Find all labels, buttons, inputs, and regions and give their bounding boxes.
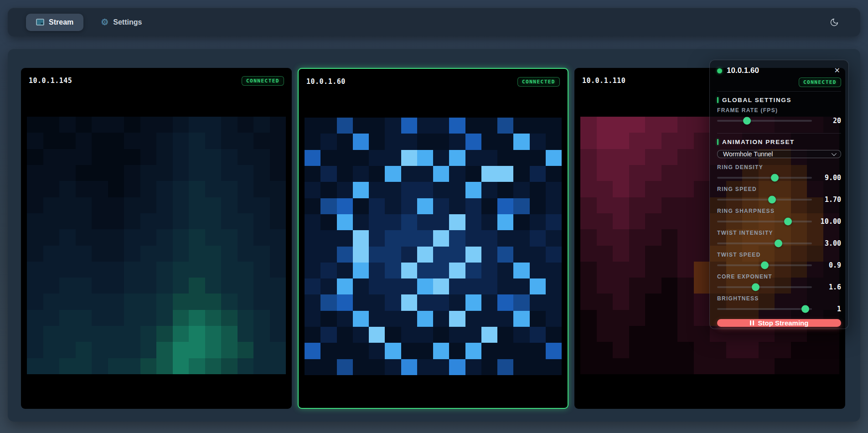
led-cell — [401, 118, 417, 134]
param-slider[interactable] — [717, 264, 812, 266]
led-cell — [253, 326, 270, 342]
led-cell — [530, 311, 546, 327]
slider-thumb[interactable] — [743, 117, 751, 125]
led-cell — [189, 213, 205, 229]
led-cell — [401, 294, 417, 310]
led-cell — [401, 247, 417, 263]
led-cell — [320, 343, 336, 359]
led-cell — [694, 326, 710, 342]
param-slider[interactable] — [717, 120, 812, 122]
led-cell — [124, 117, 140, 133]
led-cell — [530, 294, 546, 310]
led-cell — [433, 214, 449, 230]
led-cell — [401, 166, 417, 182]
led-cell — [92, 165, 108, 181]
led-cell — [205, 149, 222, 165]
param-slider[interactable] — [717, 308, 812, 310]
close-icon[interactable]: ✕ — [833, 66, 841, 75]
led-cell — [92, 246, 108, 262]
led-cell — [546, 134, 562, 149]
device-card-145[interactable]: 10.0.1.145 CONNECTED — [21, 68, 292, 409]
led-cell — [497, 198, 513, 214]
led-cell — [27, 294, 43, 309]
led-cell — [385, 198, 401, 214]
led-cell — [417, 230, 433, 246]
led-cell — [140, 197, 157, 213]
led-cell — [108, 294, 124, 309]
led-cell — [238, 229, 254, 245]
param-slider[interactable] — [717, 286, 812, 288]
slider-thumb[interactable] — [752, 284, 760, 291]
led-cell — [156, 213, 173, 229]
led-cell — [27, 246, 43, 262]
led-cell — [580, 149, 597, 165]
dark-mode-toggle[interactable] — [827, 15, 842, 30]
led-cell — [465, 327, 481, 343]
led-cell — [513, 263, 529, 278]
led-cell — [449, 150, 465, 166]
led-cell — [238, 342, 254, 358]
led-cell — [385, 166, 401, 182]
led-cell — [305, 166, 320, 182]
slider-thumb[interactable] — [801, 305, 809, 313]
led-cell — [92, 278, 108, 294]
led-cell — [140, 358, 157, 374]
led-cell — [597, 197, 613, 213]
led-cell — [597, 181, 613, 197]
led-cell — [433, 294, 449, 310]
led-cell — [580, 294, 597, 309]
param-slider[interactable] — [717, 199, 812, 201]
led-cell — [401, 263, 417, 278]
led-cell — [320, 247, 336, 263]
led-cell — [546, 198, 562, 214]
led-cell — [465, 263, 481, 278]
led-cell — [173, 117, 189, 133]
led-cell — [337, 247, 353, 263]
param-slider[interactable] — [717, 242, 812, 244]
tab-stream[interactable]: Stream — [26, 14, 83, 31]
led-cell — [221, 165, 238, 181]
led-cell — [385, 134, 401, 149]
led-cell — [337, 294, 353, 310]
param-label: RING SPEED — [717, 186, 841, 192]
led-cell — [629, 262, 646, 278]
led-cell — [76, 133, 92, 149]
slider-thumb[interactable] — [761, 262, 769, 269]
led-cell — [645, 294, 661, 309]
device-card-60[interactable]: 10.0.1.60 CONNECTED — [298, 68, 568, 409]
led-cell — [546, 311, 562, 327]
param-slider[interactable] — [717, 177, 812, 179]
stop-streaming-button[interactable]: Stop Streaming — [717, 319, 841, 327]
param-value: 10.00 — [816, 217, 841, 226]
slider-thumb[interactable] — [768, 196, 776, 204]
led-cell — [238, 213, 254, 229]
led-cell — [645, 310, 661, 326]
param-slider[interactable] — [717, 221, 812, 222]
led-cell — [449, 134, 465, 149]
tab-settings[interactable]: ⚙ Settings — [91, 13, 152, 31]
led-cell — [337, 263, 353, 278]
led-cell — [108, 278, 124, 294]
led-cell — [92, 262, 108, 278]
led-cell — [645, 165, 661, 181]
param-row: RING SPEED1.70 — [717, 186, 841, 204]
led-cell — [385, 359, 401, 375]
led-cell — [613, 133, 629, 149]
led-cell — [59, 358, 76, 374]
led-cell — [613, 310, 629, 326]
overlay-title: 10.0.1.60 — [727, 66, 759, 75]
led-cell — [791, 342, 807, 358]
animation-preset-select[interactable]: Wormhole Tunnel — [717, 150, 841, 158]
overlay-header: 10.0.1.60 ✕ CONNECTED — [717, 66, 841, 87]
slider-thumb[interactable] — [784, 218, 792, 226]
led-cell — [694, 342, 710, 358]
led-cell — [369, 182, 385, 198]
slider-thumb[interactable] — [775, 240, 782, 247]
led-cell — [270, 229, 286, 245]
led-cell — [43, 197, 60, 213]
slider-thumb[interactable] — [771, 174, 779, 182]
led-cell — [449, 247, 465, 263]
led-cell — [337, 343, 353, 359]
led-cell — [597, 294, 613, 309]
led-cell — [694, 310, 710, 326]
